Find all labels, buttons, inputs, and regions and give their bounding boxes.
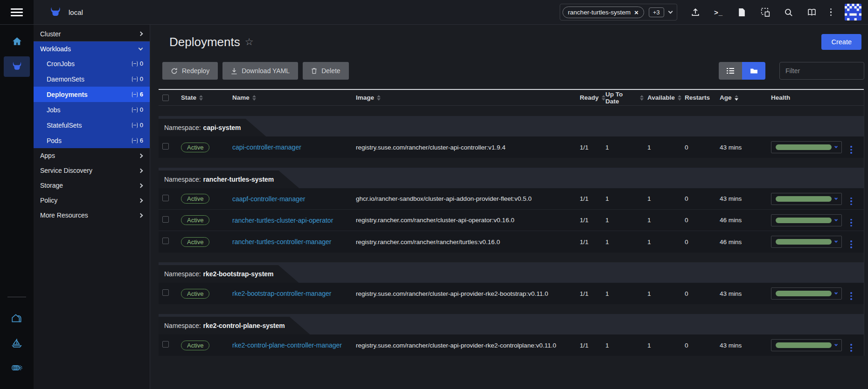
health-dropdown[interactable] [771, 287, 842, 300]
namespace-tab: Namespace: capi-system [159, 119, 266, 136]
search-icon[interactable] [784, 7, 794, 18]
chip-close-icon[interactable]: × [634, 8, 639, 16]
ready-cell: 1/1 [576, 217, 602, 224]
sidebar-item-service-discovery[interactable]: Service Discovery [34, 163, 150, 178]
filter-input[interactable] [779, 62, 864, 80]
deployment-name-link[interactable]: rke2-bootstrap-controller-manager [232, 290, 331, 297]
file-icon[interactable] [737, 7, 747, 18]
health-dropdown[interactable] [771, 339, 842, 351]
row-actions-menu-icon[interactable] [850, 344, 852, 352]
kubectl-shell-icon[interactable]: >_ [714, 7, 724, 18]
age-cell: 43 mins [716, 144, 767, 151]
ready-cell: 1/1 [576, 239, 602, 246]
sidebar-item-statefulsets[interactable]: StatefulSets 0 [34, 117, 150, 133]
health-dropdown[interactable] [771, 193, 842, 205]
kebab-menu-icon[interactable] [830, 8, 832, 16]
favorite-star-icon[interactable]: ☆ [245, 36, 254, 48]
row-checkbox[interactable] [162, 195, 169, 201]
namespace-chip[interactable]: rancher-turtles-system × [562, 7, 644, 18]
row-actions-menu-icon[interactable] [850, 240, 852, 248]
upload-icon[interactable] [690, 7, 701, 18]
sidebar-item-label: Jobs [47, 106, 61, 114]
deployment-name-link[interactable]: capi-controller-manager [232, 143, 301, 151]
health-dropdown[interactable] [771, 141, 842, 153]
count-icon [132, 61, 138, 67]
hamburger-menu-icon[interactable] [11, 8, 23, 16]
header-age[interactable]: Age [716, 94, 767, 101]
grouped-view-button[interactable] [742, 62, 765, 80]
group-rows: Active capi-controller-manager registry.… [159, 136, 864, 158]
sidebar-item-policy[interactable]: Policy [34, 193, 150, 208]
deployment-name-link[interactable]: rancher-turtles-controller-manager [232, 238, 331, 246]
home-button[interactable] [7, 32, 27, 51]
deployment-name-link[interactable]: rke2-control-plane-controller-manager [232, 341, 342, 349]
count-icon [132, 107, 138, 113]
row-actions-menu-icon[interactable] [850, 219, 852, 227]
docs-icon[interactable] [807, 7, 817, 18]
chevron-right-icon [139, 32, 143, 36]
row-actions-menu-icon[interactable] [850, 146, 852, 154]
trash-icon [311, 68, 317, 74]
left-rail [0, 25, 34, 389]
age-cell: 43 mins [716, 290, 767, 297]
import-yaml-icon[interactable] [760, 7, 771, 18]
sidebar-item-workloads[interactable]: Workloads [34, 41, 150, 56]
cluster-manager-button[interactable] [4, 56, 30, 77]
select-all-checkbox[interactable] [162, 95, 169, 101]
up-to-date-cell: 1 [602, 290, 644, 297]
health-bar [776, 239, 832, 245]
header-image[interactable]: Image [352, 94, 576, 101]
header-ready[interactable]: Ready [576, 94, 602, 101]
header-available[interactable]: Available [644, 94, 681, 101]
deployment-name-link[interactable]: caapf-controller-manager [232, 195, 305, 203]
namespace-prefix-label: Namespace: [164, 176, 201, 183]
sidebar-item-jobs[interactable]: Jobs 0 [34, 102, 150, 117]
sidebar-item-daemonsets[interactable]: DaemonSets 0 [34, 71, 150, 87]
health-dropdown[interactable] [771, 214, 842, 226]
delete-button[interactable]: Delete [303, 62, 348, 80]
sidebar-item-more-resources[interactable]: More Resources [34, 208, 150, 223]
sidebar-item-deployments[interactable]: Deployments 6 [34, 87, 150, 102]
sidebar-item-cluster[interactable]: Cluster [34, 27, 150, 41]
sidebar-item-label: CronJobs [47, 60, 75, 68]
avatar[interactable] [845, 4, 861, 20]
sidebar-item-pods[interactable]: Pods 6 [34, 133, 150, 148]
header-name[interactable]: Name [229, 94, 352, 101]
row-actions-menu-icon[interactable] [850, 198, 852, 205]
health-dropdown[interactable] [771, 236, 842, 248]
sidebar-item-apps[interactable]: Apps [34, 148, 150, 163]
status-badge: Active [181, 194, 209, 204]
namespace-filter[interactable]: rancher-turtles-system × +3 [560, 4, 677, 20]
harvester-button[interactable] [7, 309, 27, 328]
restarts-cell: 0 [681, 342, 716, 349]
sidebar-item-storage[interactable]: Storage [34, 178, 150, 193]
header-state[interactable]: State [177, 94, 229, 101]
row-checkbox[interactable] [162, 289, 169, 296]
create-button[interactable]: Create [821, 34, 861, 50]
restarts-cell: 0 [681, 290, 716, 297]
row-actions-menu-icon[interactable] [850, 292, 852, 300]
brand[interactable]: local [49, 7, 83, 18]
workloads-section: Workloads CronJobs 0 DaemonSets 0 Deploy… [34, 41, 150, 148]
main-content: Deployments ☆ Create Redeploy Download Y… [150, 25, 868, 389]
row-checkbox[interactable] [162, 238, 169, 244]
resource-count: 0 [132, 122, 143, 129]
redeploy-button[interactable]: Redeploy [162, 62, 218, 80]
row-checkbox[interactable] [162, 341, 169, 348]
row-checkbox[interactable] [162, 216, 169, 223]
rancher-logo-icon [49, 7, 62, 18]
chevron-down-icon[interactable] [668, 9, 673, 14]
download-yaml-button[interactable]: Download YAML [222, 62, 298, 80]
list-view-button[interactable] [719, 62, 742, 80]
deployment-name-link[interactable]: rancher-turtles-cluster-api-operator [232, 217, 333, 224]
status-badge: Active [181, 215, 209, 225]
sidebar-item-cronjobs[interactable]: CronJobs 0 [34, 56, 150, 71]
count-icon [132, 92, 138, 97]
fleet-button[interactable] [7, 334, 27, 352]
view-toggle [719, 62, 765, 80]
more-namespaces-badge[interactable]: +3 [649, 7, 664, 17]
age-cell: 43 mins [716, 195, 767, 202]
extensions-button[interactable] [7, 358, 27, 377]
row-checkbox[interactable] [162, 143, 169, 150]
header-up-to-date[interactable]: Up To Date [602, 91, 644, 105]
